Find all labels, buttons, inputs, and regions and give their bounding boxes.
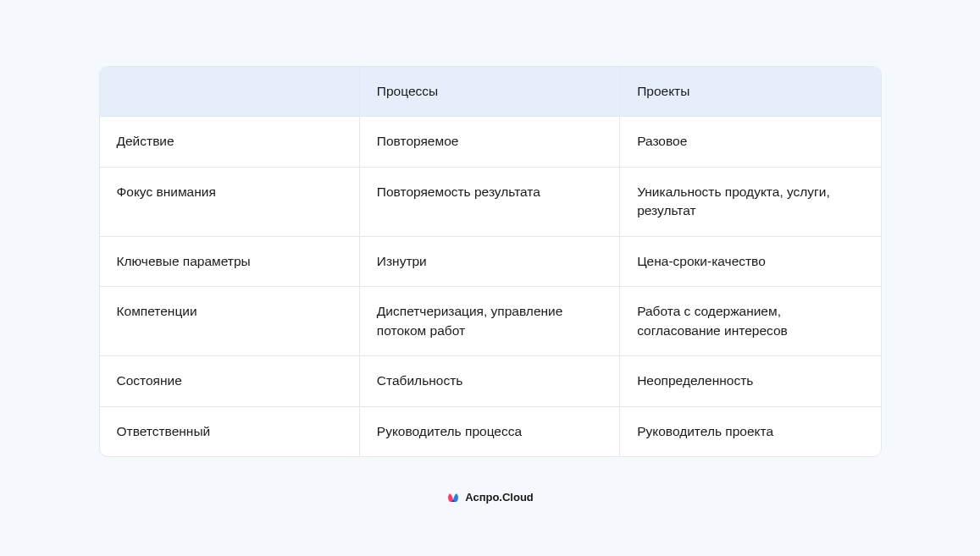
row-label: Действие [100,117,360,166]
cell-processes: Стабильность [360,356,620,405]
cell-processes: Повторяемое [360,117,620,166]
row-label: Ключевые параметры [100,237,360,286]
cell-processes: Диспетчеризация, управление потоком рабо… [360,287,620,355]
table-row: Действие Повторяемое Разовое [100,117,881,167]
cell-projects: Руководитель проекта [620,407,880,456]
cell-processes: Руководитель процесса [360,407,620,456]
row-label: Состояние [100,356,360,405]
table-row: Состояние Стабильность Неопределенность [100,356,881,406]
brand-footer: Аспро.Cloud [446,491,534,504]
row-label: Ответственный [100,407,360,456]
row-label: Фокус внимания [100,168,360,236]
cell-processes: Изнутри [360,237,620,286]
cell-projects: Уникальность продукта, услуги, результат [620,168,880,236]
cell-projects: Разовое [620,117,880,166]
cell-processes: Повторяемость результата [360,168,620,236]
cell-projects: Работа с содержанием, согласование интер… [620,287,880,355]
table-header-row: Процессы Проекты [100,67,881,117]
table-header-empty [100,67,360,116]
table-row: Ответственный Руководитель процесса Руко… [100,407,881,456]
table-row: Компетенции Диспетчеризация, управление … [100,287,881,356]
row-label: Компетенции [100,287,360,355]
table-header-projects: Проекты [620,67,880,116]
table-header-processes: Процессы [360,67,620,116]
cell-projects: Неопределенность [620,356,880,405]
brand-logo-icon [446,492,460,504]
cell-projects: Цена-сроки-качество [620,237,880,286]
brand-label: Аспро.Cloud [465,491,534,504]
table-row: Фокус внимания Повторяемость результата … [100,168,881,237]
comparison-table: Процессы Проекты Действие Повторяемое Ра… [99,66,882,457]
table-row: Ключевые параметры Изнутри Цена-сроки-ка… [100,237,881,287]
